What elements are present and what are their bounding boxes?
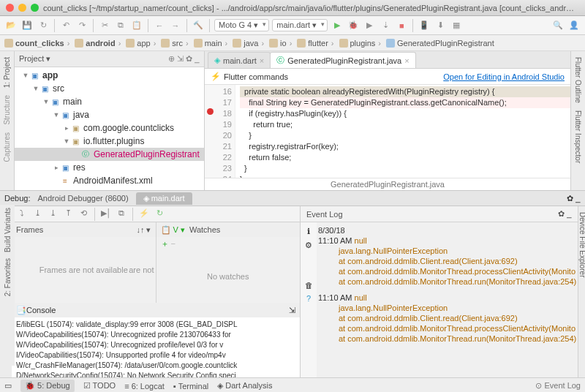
zoom-window-icon[interactable] — [31, 4, 39, 12]
help-icon[interactable]: ? — [306, 294, 311, 303]
sync-icon[interactable]: ↻ — [37, 19, 50, 32]
rail-project[interactable]: 1: Project — [3, 57, 11, 88]
search-icon[interactable]: 🔍 — [551, 19, 565, 32]
info-icon[interactable]: ℹ — [307, 227, 310, 236]
window-controls[interactable] — [6, 4, 39, 12]
tab-generated[interactable]: ⓒGeneratedPluginRegistrant.java× — [270, 52, 415, 68]
remove-watch-icon[interactable]: − — [171, 239, 176, 248]
close-icon[interactable]: × — [404, 56, 409, 65]
hot-reload-icon[interactable]: ⚡ — [138, 208, 150, 220]
clear-icon[interactable]: 🗑 — [305, 281, 313, 290]
step-over-icon[interactable]: ⤵ — [16, 208, 28, 220]
profile-icon[interactable]: ▶ — [363, 19, 376, 32]
crumb[interactable]: io — [258, 39, 286, 48]
gear-icon[interactable]: ✿ ⎯ — [567, 194, 581, 203]
minimize-window-icon[interactable] — [18, 4, 26, 12]
thread-selector[interactable]: ↓↑ ▾ — [136, 225, 151, 235]
bottom-dart[interactable]: ◈ Dart Analysis — [217, 381, 272, 391]
bottom-debug[interactable]: 🐞 5: Debug — [20, 380, 75, 392]
undo-icon[interactable]: ↶ — [59, 19, 72, 32]
tree-manifest[interactable]: ≡AndroidManifest.xml — [15, 174, 204, 187]
crumb[interactable]: plugins — [328, 39, 376, 48]
crumb[interactable]: android — [64, 39, 116, 48]
close-window-icon[interactable] — [6, 4, 14, 12]
cut-icon[interactable]: ✂ — [98, 19, 111, 32]
force-step-icon[interactable]: ⤓ — [47, 208, 58, 220]
code-text[interactable]: private static boolean alreadyRegistered… — [235, 85, 570, 178]
bottom-event-log[interactable]: ⊙ Event Log — [535, 381, 581, 391]
panel-actions[interactable]: ⊕ ⇲ ✿ ⎯ — [168, 54, 200, 64]
step-out-icon[interactable]: ⤒ — [62, 208, 74, 220]
code-area[interactable]: 16171819202122232425 private static bool… — [205, 85, 570, 178]
add-watch-icon[interactable]: ＋ — [161, 239, 169, 248]
crumb[interactable]: app — [116, 39, 151, 48]
avd-icon[interactable]: 📱 — [418, 19, 431, 32]
rail-structure[interactable]: Structure — [3, 95, 11, 125]
rail-device-explorer[interactable]: Device File Explorer — [578, 212, 585, 277]
event-content[interactable]: 8/30/18 11:10 AM null java.lang.NullPoin… — [317, 222, 578, 377]
forward-icon[interactable]: → — [169, 19, 182, 32]
stop-icon[interactable]: ■ — [395, 19, 408, 32]
crumb[interactable]: src — [151, 39, 183, 48]
drop-frame-icon[interactable]: ⟲ — [78, 208, 89, 220]
debug-icon[interactable]: 🐞 — [347, 19, 360, 32]
tree-java[interactable]: ▼▣java — [15, 108, 204, 121]
run-config-selector[interactable]: main.dart ▾ — [272, 19, 328, 31]
console-header[interactable]: 📑 Console⇲ — [12, 303, 300, 317]
paste-icon[interactable]: 📋 — [130, 19, 143, 32]
debug-tab-main[interactable]: ◈ main.dart — [136, 192, 192, 205]
copy-icon[interactable]: ⧉ — [114, 19, 127, 32]
rail-build-variants[interactable]: Build Variants — [4, 208, 12, 252]
layout-icon[interactable]: ▦ — [450, 19, 463, 32]
evaluate-icon[interactable]: ⧉ — [116, 208, 127, 220]
close-icon[interactable]: × — [260, 56, 264, 65]
save-icon[interactable]: 💾 — [20, 19, 34, 32]
tree-res[interactable]: ▸▣res — [15, 161, 204, 174]
rail-flutter-inspector[interactable]: Flutter Inspector — [574, 110, 582, 163]
sdk-icon[interactable]: ⬇ — [434, 19, 447, 32]
crumb[interactable]: flutter — [287, 39, 328, 48]
breakpoint-icon[interactable] — [207, 108, 214, 115]
crumb[interactable]: GeneratedPluginRegistrant — [375, 39, 494, 48]
breakpoint-gutter[interactable] — [205, 85, 215, 178]
tree-src[interactable]: ▼▣src — [15, 82, 204, 95]
minimize-icon[interactable]: ▭ — [4, 381, 12, 391]
bottom-logcat[interactable]: ≡ 6: Logcat — [124, 382, 165, 391]
rail-captures[interactable]: Captures — [3, 132, 11, 162]
filter-icon[interactable]: ⚙ — [305, 241, 312, 250]
device-selector[interactable]: Moto G 4 ▾ — [214, 19, 269, 31]
tab-main-dart[interactable]: ◈main.dart× — [208, 52, 271, 68]
crumb[interactable]: java — [222, 39, 259, 48]
debug-tab-android[interactable]: Android Debugger (8600) — [30, 192, 135, 204]
lightning-icon[interactable]: ⚡ — [211, 72, 221, 81]
step-into-icon[interactable]: ⤓ — [31, 208, 43, 220]
crumb[interactable]: main — [183, 39, 222, 48]
expand-icon[interactable]: ⇲ — [289, 306, 295, 315]
tree-file-generated[interactable]: ⓒGeneratedPluginRegistrant — [15, 148, 204, 161]
open-icon[interactable]: 📂 — [4, 19, 18, 32]
tree-pkg-countclicks[interactable]: ▸▣com.google.countclicks — [15, 121, 204, 135]
run-to-cursor-icon[interactable]: ▶│ — [100, 208, 112, 220]
run-icon[interactable]: ▶ — [331, 19, 344, 32]
build-icon[interactable]: 🔨 — [192, 19, 205, 32]
back-icon[interactable]: ← — [153, 19, 166, 32]
rail-flutter-outline[interactable]: Flutter Outline — [574, 57, 582, 103]
bottom-terminal[interactable]: ▪ Terminal — [173, 382, 208, 391]
console-output[interactable]: E/libEGL (15074): validate_display:99 er… — [12, 317, 300, 377]
tree-main[interactable]: ▼▣main — [15, 95, 204, 108]
bottom-todo[interactable]: ☑ TODO — [83, 381, 116, 391]
tree-pkg-flutter[interactable]: ▼▣io.flutter.plugins — [15, 135, 204, 148]
open-android-studio-link[interactable]: Open for Editing in Android Studio — [443, 72, 565, 81]
project-tree[interactable]: ▼▣app ▼▣src ▼▣main ▼▣java ▸▣com.google.c… — [15, 67, 204, 190]
tree-build-gradle[interactable]: ◉build.gradle — [15, 187, 204, 190]
crumb[interactable]: count_clicks — [4, 39, 64, 48]
rail-favorites[interactable]: 2: Favorites — [4, 258, 12, 296]
project-view-selector[interactable]: Project ▾ — [19, 54, 50, 64]
redo-icon[interactable]: ↷ — [75, 19, 88, 32]
gear-icon[interactable]: ✿ ⎯ — [558, 209, 572, 219]
tree-app[interactable]: ▼▣app — [15, 69, 204, 82]
user-icon[interactable]: 👤 — [567, 19, 581, 32]
attach-icon[interactable]: ⇣ — [379, 19, 392, 32]
v-icon[interactable]: 📋 V ▾ — [161, 225, 185, 235]
hot-restart-icon[interactable]: ↻ — [154, 208, 165, 220]
